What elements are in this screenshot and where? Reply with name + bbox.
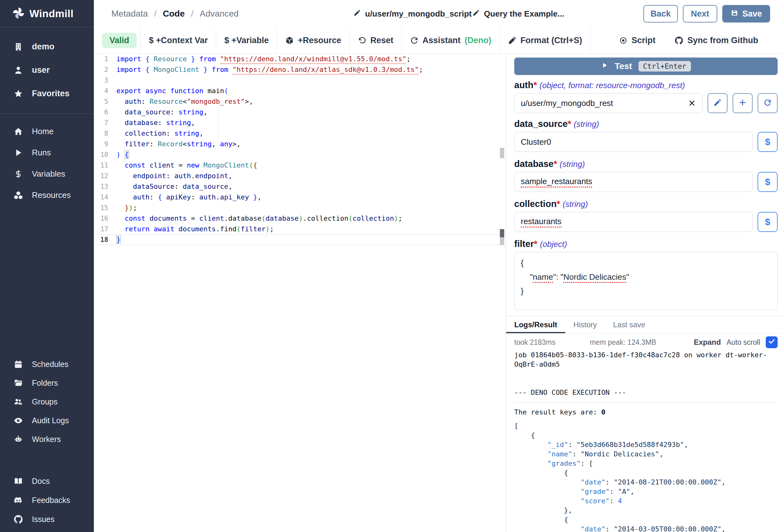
sidebar-item-runs[interactable]: Runs bbox=[0, 142, 94, 163]
code-line-2[interactable]: 2import { MongoClient } from "https://de… bbox=[94, 64, 506, 75]
tab-history[interactable]: History bbox=[565, 316, 605, 333]
result-intro-text: The result keys are: bbox=[514, 408, 601, 416]
code-line-6[interactable]: 6 data_source: string, bbox=[94, 107, 506, 117]
sidebar-item-groups[interactable]: Groups bbox=[0, 392, 94, 411]
code-line-8[interactable]: 8 collection: string, bbox=[94, 128, 506, 139]
toolbar-assistant-button[interactable]: Assistant (Deno) bbox=[402, 28, 500, 54]
toolbar-buttons: $ +Context Var$ +Variable+ResourceResetA… bbox=[141, 28, 591, 54]
code-line-17[interactable]: 17 return await documents.find(filter); bbox=[94, 224, 506, 234]
toolbar-format-ctrl-s-button[interactable]: Format (Ctrl+S) bbox=[500, 28, 590, 54]
code-line-9[interactable]: 9 filter: Record<string, any>, bbox=[94, 139, 506, 149]
data-source-input[interactable]: Cluster0 bbox=[514, 132, 753, 152]
line-number: 10 bbox=[94, 149, 108, 160]
insert-variable-button[interactable]: $ bbox=[757, 172, 778, 192]
edit-resource-button[interactable] bbox=[708, 93, 727, 113]
github-icon bbox=[13, 515, 23, 524]
test-button[interactable]: Test Ctrl+Enter bbox=[514, 58, 778, 75]
dollar-icon: $ bbox=[765, 137, 771, 147]
autoscroll-checkbox[interactable] bbox=[766, 336, 778, 348]
toolbar-script-button[interactable]: Script bbox=[611, 28, 664, 54]
sidebar-item-label: Variables bbox=[32, 169, 65, 179]
code-line-content: import { Resource } from "https://deno.l… bbox=[116, 54, 411, 64]
github-icon bbox=[675, 36, 683, 45]
toolbar-resource-button[interactable]: +Resource bbox=[277, 28, 349, 54]
line-number: 17 bbox=[94, 224, 108, 234]
sidebar-item-label: Workers bbox=[32, 435, 61, 444]
windmill-logo-icon bbox=[12, 7, 25, 21]
code-editor[interactable]: 1import { Resource } from "https://deno.… bbox=[94, 54, 506, 532]
code-line-5[interactable]: 5 auth: Resource<"mongodb_rest">, bbox=[94, 96, 506, 107]
code-line-7[interactable]: 7 database: string, bbox=[94, 117, 506, 128]
filter-json-editor[interactable]: { "name": "Nordic Delicacies"} bbox=[514, 252, 778, 310]
indent-guide bbox=[226, 171, 227, 202]
editor-scrollbar-thumb[interactable] bbox=[500, 148, 504, 158]
sidebar-item-audit-logs[interactable]: Audit Logs bbox=[0, 411, 94, 430]
toolbar-context-var-button[interactable]: $ +Context Var bbox=[141, 28, 216, 54]
clear-icon[interactable] bbox=[688, 99, 696, 107]
required-asterisk: * bbox=[534, 239, 537, 249]
sidebar-item-variables[interactable]: Variables bbox=[0, 163, 94, 184]
sidebar-item-label: user bbox=[32, 65, 50, 75]
sidebar-item-user[interactable]: user bbox=[0, 59, 94, 82]
tab-logs-result[interactable]: Logs/Result bbox=[506, 316, 565, 333]
refresh-resource-button[interactable] bbox=[757, 93, 778, 113]
sidebar-item-folders[interactable]: Folders bbox=[0, 374, 94, 392]
code-line-4[interactable]: 4export async function main( bbox=[94, 86, 506, 96]
toolbar-sync-from-github-button[interactable]: Sync from Github bbox=[667, 28, 767, 54]
save-label: Save bbox=[742, 9, 762, 19]
sidebar-item-feedbacks[interactable]: Feedbacks bbox=[0, 491, 94, 510]
add-resource-button[interactable] bbox=[733, 93, 753, 113]
script-summary-button[interactable]: Query the Example... bbox=[472, 0, 564, 28]
back-button[interactable]: Back bbox=[643, 5, 678, 23]
sidebar-item-docs[interactable]: Docs bbox=[0, 472, 94, 491]
indent-guide bbox=[218, 96, 219, 149]
sidebar-item-issues[interactable]: Issues bbox=[0, 510, 94, 529]
toolbar-reset-button[interactable]: Reset bbox=[350, 28, 402, 54]
script-path-button[interactable]: u/user/my_mongodb_script bbox=[353, 0, 472, 28]
tab-advanced[interactable]: Advanced bbox=[200, 9, 239, 19]
building-icon bbox=[13, 42, 23, 51]
expand-logs-button[interactable]: Expand bbox=[694, 338, 721, 347]
save-button[interactable]: Save bbox=[722, 5, 770, 23]
toolbar-variable-button[interactable]: $ +Variable bbox=[216, 28, 277, 54]
tab-metadata[interactable]: Metadata bbox=[111, 9, 148, 19]
sidebar-item-workers[interactable]: Workers bbox=[0, 430, 94, 449]
result-json-line: "_id": "5eb3d668b31de5d588f4293b", bbox=[514, 440, 778, 450]
editor-scrollbar-thumb[interactable] bbox=[500, 237, 504, 245]
script-summary-label: Query the Example... bbox=[484, 9, 564, 19]
insert-variable-button[interactable]: $ bbox=[757, 212, 778, 232]
indent-guide bbox=[218, 171, 219, 202]
code-line-10[interactable]: 10) { bbox=[94, 149, 506, 160]
code-line-13[interactable]: 13 dataSource: data_source, bbox=[94, 181, 506, 192]
code-line-16[interactable]: 16 const documents = client.database(dat… bbox=[94, 213, 506, 224]
code-line-12[interactable]: 12 endpoint: auth.endpoint, bbox=[94, 171, 506, 181]
code-line-content: endpoint: auth.endpoint, bbox=[116, 171, 233, 181]
code-line-14[interactable]: 14 auth: { apiKey: auth.api_key }, bbox=[94, 192, 506, 202]
next-button[interactable]: Next bbox=[683, 5, 717, 23]
sidebar-item-schedules[interactable]: Schedules bbox=[0, 355, 94, 374]
auth-resource-input[interactable]: u/user/my_mongodb_rest bbox=[514, 93, 703, 113]
database-input[interactable]: sample_restaurants bbox=[514, 172, 753, 192]
line-number: 4 bbox=[94, 86, 108, 96]
code-line-1[interactable]: 1import { Resource } from "https://deno.… bbox=[94, 54, 506, 64]
collection-input[interactable]: restaurants bbox=[514, 212, 753, 232]
tab-code[interactable]: Code bbox=[163, 9, 185, 19]
cubes-icon bbox=[13, 191, 23, 200]
code-line-18[interactable]: 18} bbox=[94, 234, 506, 245]
sidebar-item-favorites[interactable]: Favorites bbox=[0, 82, 94, 105]
line-number: 2 bbox=[94, 64, 108, 75]
sidebar-item-demo[interactable]: demo bbox=[0, 35, 94, 59]
tab-last-save[interactable]: Last save bbox=[605, 316, 653, 333]
sidebar-item-resources[interactable]: Resources bbox=[0, 184, 94, 206]
database-value: sample_restaurants bbox=[521, 177, 592, 188]
sidebar-item-home[interactable]: Home bbox=[0, 121, 94, 142]
dollar-icon bbox=[13, 169, 23, 179]
code-line-11[interactable]: 11 const client = new MongoClient({ bbox=[94, 160, 506, 171]
logs-result-divider bbox=[514, 402, 778, 403]
field-name: collection bbox=[514, 199, 557, 209]
code-line-15[interactable]: 15 }); bbox=[94, 202, 506, 213]
code-line-3[interactable]: 3 bbox=[94, 75, 506, 86]
pen-icon bbox=[508, 36, 517, 45]
insert-variable-button[interactable]: $ bbox=[757, 132, 778, 152]
brand-header[interactable]: Windmill bbox=[0, 0, 94, 28]
